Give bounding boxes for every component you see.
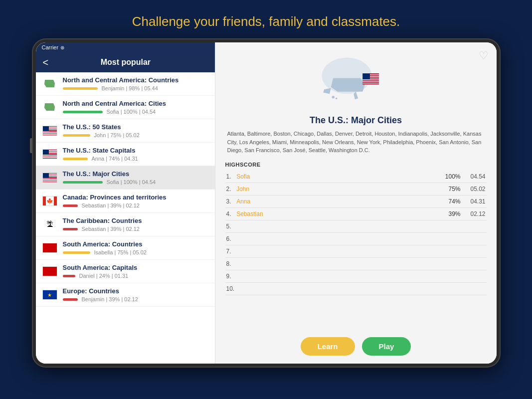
- list-container: North and Central America: CountriesBenj…: [36, 72, 215, 364]
- score-row: 10.: [225, 282, 487, 295]
- score-row: 1.Sofia100%04.54: [225, 171, 487, 183]
- list-item-content: The Caribbean: CountriesSebastian | 39% …: [63, 217, 209, 232]
- svg-rect-13: [362, 81, 379, 82]
- score-rank: 9.: [225, 270, 236, 282]
- progress-bar: [63, 111, 103, 113]
- list-item-flag: ★: [42, 289, 58, 300]
- list-item-meta: Anna | 74% | 04.31: [92, 156, 138, 162]
- score-player: Anna: [235, 195, 376, 207]
- highscore-section: HIGHSCORE 1.Sofia100%04.542.John75%05.02…: [225, 162, 487, 332]
- list-item-title: The U.S.: Major Cities: [63, 170, 209, 178]
- list-item-meta: Isabella | 75% | 05.02: [94, 249, 147, 255]
- score-pct: 100%: [376, 171, 462, 183]
- progress-bar: [63, 134, 90, 137]
- status-bar: Carrier ⊛: [36, 42, 215, 52]
- score-pct: [376, 282, 462, 295]
- list-item-title: Europe: Countries: [63, 287, 209, 295]
- list-item-flag: [42, 78, 58, 89]
- list-item-meta: Sebastian | 39% | 02.12: [82, 226, 140, 232]
- score-pct: [376, 257, 462, 270]
- score-pct: 75%: [376, 183, 462, 195]
- score-player: [235, 270, 376, 282]
- score-pct: [376, 232, 462, 245]
- list-item-flag: [42, 266, 58, 277]
- score-rank: 4.: [225, 207, 236, 220]
- list-item[interactable]: North and Central America: CitiesSofia |…: [36, 96, 215, 119]
- tablet-inner: Carrier ⊛ < Most popular North and Centr…: [36, 42, 497, 364]
- learn-button[interactable]: Learn: [301, 337, 355, 356]
- list-item-title: Canada: Provinces and territories: [63, 194, 209, 201]
- progress-bar: [63, 204, 78, 207]
- score-time: [462, 282, 487, 295]
- list-item-title: North and Central America: Cities: [63, 100, 209, 107]
- list-item[interactable]: 🍁Canada: Provinces and territoriesSebast…: [36, 190, 215, 213]
- list-item-flag: [42, 172, 58, 183]
- score-rank: 7.: [225, 245, 236, 257]
- score-rank: 5.: [225, 220, 236, 232]
- highscore-label: HIGHSCORE: [225, 162, 487, 168]
- list-item-meta: Sofia | 100% | 04.54: [107, 109, 156, 115]
- us-map-svg: [320, 55, 392, 105]
- score-pct: [376, 220, 462, 232]
- list-item-title: The U.S.: 50 States: [63, 123, 209, 131]
- quiz-title: The U.S.: Major Cities: [225, 115, 487, 126]
- list-item[interactable]: The U.S.: 50 StatesJohn | 75% | 05.02: [36, 119, 215, 143]
- list-item[interactable]: The U.S.: Major CitiesSofia | 100% | 04.…: [36, 166, 215, 190]
- list-item-flag: 🏝: [42, 219, 58, 230]
- progress-bar: [63, 275, 75, 277]
- progress-bar: [63, 181, 103, 184]
- progress-bar: [63, 87, 98, 90]
- list-item-title: South America: Capitals: [63, 264, 209, 271]
- nav-header: < Most popular: [36, 52, 215, 72]
- list-item[interactable]: The U.S.: State CapitalsAnna | 74% | 04.…: [36, 143, 215, 166]
- score-player: [235, 232, 376, 245]
- page-headline: Challenge your friends, family and class…: [0, 14, 532, 29]
- list-item-content: The U.S.: State CapitalsAnna | 74% | 04.…: [63, 147, 209, 162]
- score-time: 04.54: [462, 171, 487, 183]
- list-item-content: South America: CountriesIsabella | 75% |…: [63, 240, 209, 255]
- list-item[interactable]: North and Central America: CountriesBenj…: [36, 72, 215, 96]
- score-row: 4.Sebastian39%02.12: [225, 207, 487, 220]
- back-button[interactable]: <: [43, 57, 49, 67]
- score-pct: [376, 245, 462, 257]
- left-panel: Carrier ⊛ < Most popular North and Centr…: [36, 42, 215, 364]
- score-time: 04.31: [462, 195, 487, 207]
- score-time: [462, 257, 487, 270]
- list-item-meta: Daniel | 24% | 01.31: [79, 273, 129, 279]
- tablet-side-button: [30, 138, 32, 153]
- score-pct: 74%: [376, 195, 462, 207]
- play-button[interactable]: Play: [362, 337, 411, 356]
- progress-bar: [63, 251, 90, 254]
- quiz-description: Atlanta, Baltimore, Boston, Chicago, Dal…: [225, 130, 487, 155]
- score-row: 5.: [225, 220, 487, 232]
- list-item[interactable]: ★Europe: CountriesBenjamin | 39% | 02.12: [36, 283, 215, 307]
- score-rank: 6.: [225, 232, 236, 245]
- list-item-meta: Benjamin | 98% | 05.44: [102, 85, 158, 91]
- list-item[interactable]: South America: CapitalsDaniel | 24% | 01…: [36, 260, 215, 283]
- list-item-content: The U.S.: 50 StatesJohn | 75% | 05.02: [63, 123, 209, 138]
- list-item-content: South America: CapitalsDaniel | 24% | 01…: [63, 264, 209, 279]
- wifi-icon: ⊛: [60, 45, 64, 50]
- svg-point-1: [332, 96, 334, 98]
- map-area: [225, 50, 487, 110]
- score-time: 05.02: [462, 183, 487, 195]
- score-row: 7.: [225, 245, 487, 257]
- score-player: Sebastian: [235, 207, 376, 220]
- favorite-button[interactable]: ♡: [479, 49, 489, 62]
- score-time: [462, 220, 487, 232]
- list-item[interactable]: South America: CountriesIsabella | 75% |…: [36, 236, 215, 260]
- right-panel: ♡: [215, 42, 497, 364]
- list-item-title: The Caribbean: Countries: [63, 217, 209, 224]
- list-item-title: South America: Countries: [63, 240, 209, 248]
- action-buttons: Learn Play: [225, 331, 487, 356]
- list-item-content: The U.S.: Major CitiesSofia | 100% | 04.…: [63, 170, 209, 185]
- score-row: 3.Anna74%04.31: [225, 195, 487, 207]
- list-item-flag: [42, 149, 58, 160]
- list-item-flag: [42, 102, 58, 113]
- progress-bar: [63, 298, 78, 301]
- score-time: [462, 245, 487, 257]
- svg-rect-12: [362, 80, 379, 81]
- score-rank: 8.: [225, 257, 236, 270]
- list-item[interactable]: 🏝The Caribbean: CountriesSebastian | 39%…: [36, 213, 215, 236]
- score-time: [462, 232, 487, 245]
